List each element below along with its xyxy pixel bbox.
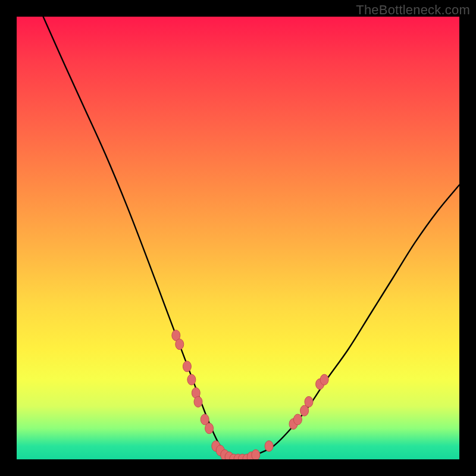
data-marker bbox=[265, 441, 273, 452]
data-marker bbox=[293, 414, 302, 425]
data-marker bbox=[194, 396, 202, 407]
chart-frame: TheBottleneck.com bbox=[0, 0, 476, 476]
data-marker bbox=[305, 396, 313, 407]
bottleneck-curve-path bbox=[43, 17, 459, 459]
attribution-text: TheBottleneck.com bbox=[356, 2, 470, 18]
marker-layer bbox=[172, 330, 328, 459]
plot-area bbox=[17, 17, 459, 459]
bottleneck-curve-svg bbox=[17, 17, 459, 459]
data-marker bbox=[320, 374, 328, 385]
data-marker bbox=[183, 361, 191, 372]
data-marker bbox=[252, 450, 260, 459]
data-marker bbox=[205, 423, 214, 434]
data-marker bbox=[187, 374, 196, 385]
data-marker bbox=[176, 339, 184, 350]
